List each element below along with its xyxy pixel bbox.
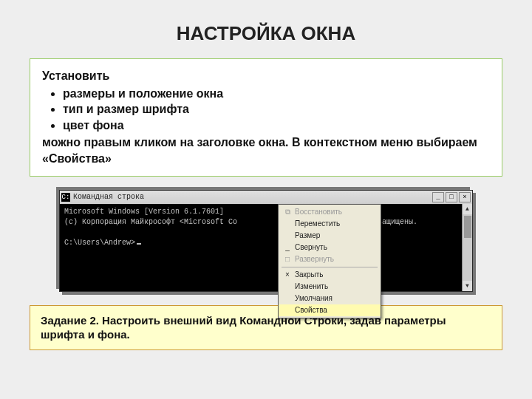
cmd-title-text: Командная строка (73, 193, 431, 201)
cmd-line-2: (c) Корпорация Майкрософт <Microsoft Coр… (64, 217, 468, 228)
minimize-button[interactable]: _ (432, 192, 444, 202)
restore-icon: ⧉ (282, 207, 293, 217)
cmd-titlebar[interactable]: C: Командная строка _ □ × (60, 191, 472, 204)
slide-title: НАСТРОЙКА ОКНА (30, 22, 502, 45)
menu-close[interactable]: × Закрыть (279, 269, 381, 281)
menu-minimize-label: Свернуть (295, 242, 327, 253)
scroll-thumb[interactable] (464, 216, 471, 238)
menu-defaults-label: Умолчания (295, 293, 332, 304)
close-icon: × (282, 270, 293, 280)
instruction-item-2: цвет фона (63, 117, 490, 134)
menu-size-label: Размер (295, 231, 320, 241)
cmd-window: C: Командная строка _ □ × Microsoft Wind… (59, 190, 473, 292)
menu-close-label: Закрыть (295, 270, 324, 280)
minimize-icon: _ (282, 242, 293, 253)
menu-properties[interactable]: Свойства (279, 304, 381, 316)
menu-edit[interactable]: Изменить (279, 281, 381, 293)
cmd-line-1: Microsoft Windows [Version 6.1.7601] (64, 207, 468, 217)
instruction-item-0: размеры и положение окна (63, 86, 490, 102)
menu-size[interactable]: Размер (279, 230, 381, 242)
cursor-icon (137, 243, 141, 245)
menu-edit-label: Изменить (295, 282, 328, 292)
menu-restore-label: Восстановить (295, 207, 342, 217)
task-panel: Задание 2. Настроить внешний вид Командн… (30, 305, 502, 350)
cmd-body[interactable]: Microsoft Windows [Version 6.1.7601] (c)… (60, 204, 472, 291)
menu-properties-label: Свойства (295, 305, 327, 316)
instruction-item-1: тип и размер шрифта (63, 101, 490, 117)
scrollbar-vertical[interactable] (462, 204, 472, 291)
cmd-icon: C: (61, 193, 70, 202)
maximize-button[interactable]: □ (446, 192, 457, 202)
menu-restore[interactable]: ⧉ Восстановить (279, 206, 381, 218)
task-body: Настроить внешний вид Командной Строки, … (41, 314, 446, 341)
menu-move-label: Переместить (295, 219, 340, 229)
instruction-panel: Установить размеры и положение окна тип … (30, 58, 502, 177)
close-button[interactable]: × (459, 192, 471, 202)
menu-maximize[interactable]: □ Развернуть (279, 253, 381, 265)
menu-minimize[interactable]: _ Свернуть (279, 242, 381, 253)
task-lead: Задание 2. (41, 314, 102, 327)
menu-move[interactable]: Переместить (279, 218, 381, 230)
menu-maximize-label: Развернуть (295, 254, 334, 265)
cmd-prompt: C:\Users\Andrew> (64, 238, 468, 248)
menu-defaults[interactable]: Умолчания (279, 293, 381, 304)
maximize-icon: □ (282, 254, 293, 265)
instruction-tail: можно правым кликом на заголовке окна. В… (42, 134, 490, 166)
screenshot-embed: C: Командная строка _ □ × Microsoft Wind… (30, 190, 502, 292)
instruction-lead: Установить (42, 68, 490, 84)
cmd-blank (64, 228, 468, 238)
menu-separator (282, 267, 378, 267)
instruction-list: размеры и положение окна тип и размер шр… (63, 86, 490, 134)
context-menu: ⧉ Восстановить Переместить Размер _ Свер… (278, 204, 381, 318)
